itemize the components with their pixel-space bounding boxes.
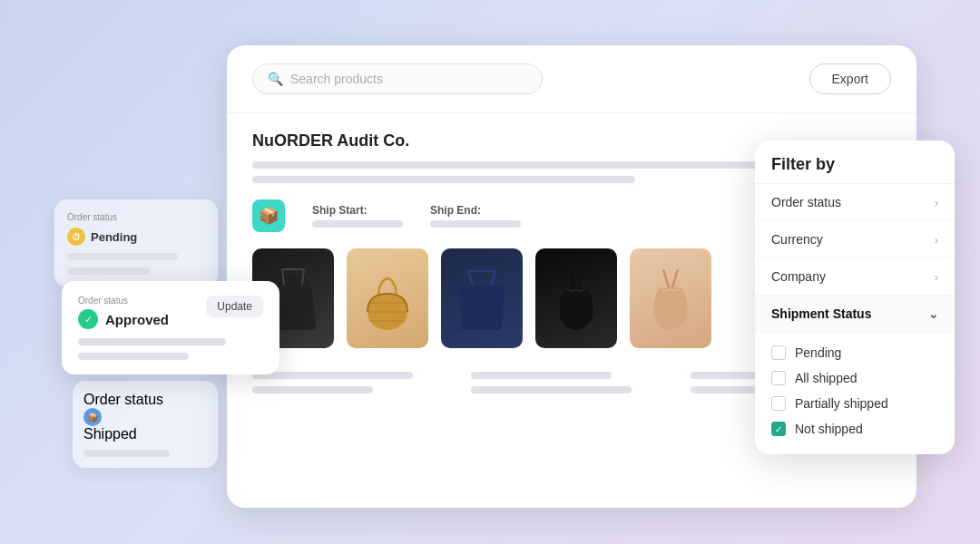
filter-option-pending[interactable]: Pending xyxy=(771,340,938,365)
filter-all-shipped-label: All shipped xyxy=(795,371,858,385)
update-skeleton-bars xyxy=(78,338,263,360)
skeleton-bar xyxy=(471,386,632,393)
svg-line-11 xyxy=(578,269,583,287)
product-beige-swimsuit[interactable] xyxy=(630,248,711,348)
product-basket-bag[interactable] xyxy=(347,248,428,348)
product-black-swimsuit[interactable] xyxy=(535,248,617,348)
svg-line-10 xyxy=(569,269,574,287)
filter-row-shipment-status[interactable]: Shipment Status ⌄ xyxy=(755,296,955,333)
pending-dot: ⏱ xyxy=(67,228,85,246)
skeleton-bar xyxy=(67,253,178,260)
filter-row-currency[interactable]: Currency › xyxy=(755,221,955,258)
approved-status-row: ✓ Approved xyxy=(78,309,169,329)
checkbox-pending[interactable] xyxy=(771,345,786,360)
skeleton-bar xyxy=(78,353,189,360)
filter-company-label: Company xyxy=(771,269,826,284)
skeleton-bar xyxy=(78,338,226,345)
ship-end-label: Ship End: xyxy=(430,204,521,217)
update-card: Order status ✓ Approved Update xyxy=(62,281,279,374)
filter-panel-title: Filter by xyxy=(755,141,955,184)
chevron-right-icon: › xyxy=(935,233,938,247)
filter-pending-label: Pending xyxy=(795,345,841,360)
skeleton-bar xyxy=(252,176,635,183)
filter-currency-label: Currency xyxy=(771,232,823,247)
shipped-status-text: Shipped xyxy=(83,426,137,442)
search-icon: 🔍 xyxy=(268,72,283,86)
svg-line-7 xyxy=(468,271,473,285)
ship-start-field: Ship Start: xyxy=(312,204,403,228)
skeleton-bar xyxy=(83,450,170,457)
filter-panel: Filter by Order status › Currency › Comp… xyxy=(755,141,955,454)
shipped-dot: 📦 xyxy=(83,408,102,426)
checkbox-all-shipped[interactable] xyxy=(771,371,786,385)
product-navy-tote[interactable] xyxy=(441,248,523,348)
ship-start-bar xyxy=(312,220,403,228)
filter-shipment-status-label: Shipment Status xyxy=(771,306,871,321)
pending-status-text: Pending xyxy=(91,230,137,244)
skeleton-bar xyxy=(67,267,150,275)
export-button[interactable]: Export xyxy=(809,63,891,94)
filter-row-order-status[interactable]: Order status › xyxy=(755,184,955,221)
search-input-placeholder: Search products xyxy=(290,72,383,86)
pending-order-label: Order status xyxy=(67,212,205,222)
checkbox-partially-shipped[interactable] xyxy=(771,396,786,411)
svg-line-8 xyxy=(491,271,495,285)
filter-not-shipped-label: Not shipped xyxy=(795,422,863,436)
chevron-right-icon: › xyxy=(935,270,938,284)
bg-card-pending: Order status ⏱ Pending xyxy=(54,199,218,287)
ship-icon: 📦 xyxy=(252,199,285,232)
skeleton-bar xyxy=(252,386,373,393)
filter-option-not-shipped[interactable]: ✓ Not shipped xyxy=(771,416,938,442)
chevron-down-icon: ⌄ xyxy=(928,307,938,321)
approved-dot: ✓ xyxy=(78,309,98,329)
main-header: 🔍 Search products Export xyxy=(227,45,916,113)
update-header: Order status ✓ Approved Update xyxy=(78,296,263,329)
skeleton-bar xyxy=(252,372,413,379)
skeleton-bar xyxy=(252,161,763,169)
filter-row-company[interactable]: Company › xyxy=(755,258,955,296)
chevron-right-icon: › xyxy=(935,196,938,209)
approved-order-label: Order status xyxy=(78,296,169,306)
shipped-order-label: Order status xyxy=(83,392,207,408)
ship-end-bar xyxy=(430,220,521,228)
filter-option-all-shipped[interactable]: All shipped xyxy=(771,365,938,391)
ship-start-label: Ship Start: xyxy=(312,204,403,217)
filter-order-status-label: Order status xyxy=(771,195,841,209)
search-box[interactable]: 🔍 Search products xyxy=(252,63,543,94)
svg-line-12 xyxy=(663,269,669,287)
checkbox-not-shipped[interactable]: ✓ xyxy=(771,422,786,436)
update-button[interactable]: Update xyxy=(206,296,263,317)
bg-card-shipped: Order status 📦 Shipped xyxy=(73,381,218,468)
skeleton-bar xyxy=(471,372,612,379)
filter-shipment-options: Pending All shipped Partially shipped ✓ … xyxy=(755,333,955,454)
filter-option-partially-shipped[interactable]: Partially shipped xyxy=(771,391,938,416)
approved-status-text: Approved xyxy=(105,312,169,327)
ship-end-field: Ship End: xyxy=(430,204,521,228)
filter-partially-shipped-label: Partially shipped xyxy=(795,396,888,411)
svg-line-13 xyxy=(672,269,678,287)
